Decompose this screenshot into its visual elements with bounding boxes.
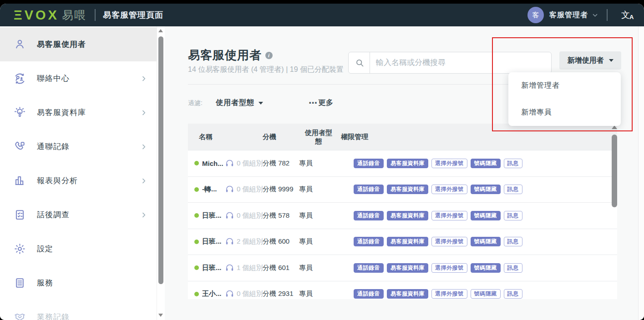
permission-badge: 易客服資料庫 — [387, 185, 428, 194]
user-name-cell: 日班... — [202, 264, 223, 272]
group-count: 0 個組別 — [237, 185, 263, 194]
chevron-right-icon — [140, 177, 147, 185]
bar-chart-icon — [14, 175, 26, 187]
table-row[interactable]: 日班... 2 個組別 分機 600 專員 通話錄音易客服資料庫選擇外撥號號碼隱… — [188, 229, 617, 255]
user-avatar[interactable]: 客 — [527, 7, 544, 23]
table-scroll-up-arrow-icon[interactable] — [612, 125, 617, 129]
group-count: 0 個組別 — [237, 159, 263, 168]
evox-logo: ΞVOX — [14, 8, 59, 23]
table-row[interactable]: 日班... 0 個組別 分機 578 專員 通話錄音易客服資料庫選擇外撥號號碼隱… — [188, 202, 617, 229]
chevron-right-icon — [140, 109, 147, 116]
group-count: 0 個組別 — [237, 211, 263, 220]
search-divider — [370, 52, 370, 73]
sidebar-item[interactable]: 易客服使用者 — [0, 27, 157, 61]
topbar-divider — [607, 9, 608, 21]
page-subtitle: 14 位易客服使用者 (4 管理者) | 19 個已分配裝置 — [188, 65, 347, 74]
sidebar-item[interactable]: 業務記錄 — [0, 300, 157, 320]
extension-cell: 分機 578 — [263, 211, 299, 220]
user-type-cell: 專員 — [299, 237, 338, 246]
user-type-cell: 專員 — [299, 185, 338, 194]
user-name-cell: Mich... — [202, 160, 223, 167]
search-icon — [355, 58, 365, 68]
status-dot — [194, 292, 199, 296]
headset-icon — [225, 159, 234, 168]
sidebar-item[interactable]: 報表與分析 — [0, 164, 157, 198]
permission-badge: 選擇外撥號 — [431, 185, 467, 194]
sidebar-item[interactable]: 話後調查 — [0, 198, 157, 232]
caret-down-icon — [609, 59, 614, 62]
table-row[interactable]: 王小... 0 個組別 分機 2931 專員 通話錄音易客服資料庫選擇外撥號號碼… — [188, 281, 617, 300]
table-row[interactable]: -轉... 0 個組別 分機 9999 專員 通話錄音易客服資料庫選擇外撥號號碼… — [188, 176, 617, 203]
page-scrollbar[interactable] — [157, 26, 165, 320]
permissions-cell: 通話錄音易客服資料庫選擇外撥號號碼隱藏訊息 — [338, 185, 617, 194]
permission-badge: 通話錄音 — [354, 159, 384, 168]
user-type-cell: 專員 — [299, 211, 338, 220]
header-user-type: 使用者型態 — [299, 128, 338, 145]
permissions-cell: 通話錄音易客服資料庫選擇外撥號號碼隱藏訊息 — [338, 159, 617, 168]
caret-down-icon — [259, 102, 263, 105]
dropdown-menu-item[interactable]: 新增管理者 — [508, 72, 621, 99]
scroll-down-arrow-icon[interactable] — [158, 314, 163, 317]
permission-badge: 訊息 — [504, 185, 522, 194]
main-content: 易客服使用者 i 14 位易客服使用者 (4 管理者) | 19 個已分配裝置 … — [165, 26, 638, 320]
permission-badge: 號碼隱藏 — [471, 159, 501, 168]
browser-scrollbar-track — [638, 26, 644, 320]
table-scrollbar-thumb[interactable] — [612, 135, 617, 207]
add-user-dropdown: 新增管理者 新增專員 — [508, 72, 621, 126]
user-icon — [14, 38, 26, 50]
sidebar-item[interactable]: 設定 — [0, 232, 157, 266]
survey-clipboard-icon — [14, 209, 26, 221]
user-name[interactable]: 客服管理者 — [549, 10, 588, 20]
permissions-cell: 通話錄音易客服資料庫選擇外撥號號碼隱藏訊息 — [338, 237, 617, 246]
permission-badge: 號碼隱藏 — [471, 289, 501, 299]
user-type-cell: 專員 — [299, 159, 338, 168]
app-title: 易客服管理頁面 — [103, 10, 163, 20]
user-name-cell: 王小... — [202, 290, 223, 298]
chevron-down-icon[interactable] — [592, 12, 598, 19]
headset-icon — [225, 211, 234, 220]
group-count: 1 個組別 — [237, 264, 263, 272]
permission-badge: 易客服資料庫 — [387, 289, 428, 299]
permission-badge: 訊息 — [504, 159, 522, 168]
permission-badge: 選擇外撥號 — [431, 289, 467, 299]
contact-center-icon — [14, 72, 26, 85]
add-user-button[interactable]: 新增使用者 — [559, 51, 621, 70]
user-name-cell: -轉... — [202, 185, 223, 194]
permission-badge: 通話錄音 — [354, 185, 384, 194]
permission-badge: 通話錄音 — [354, 289, 384, 299]
permissions-cell: 通話錄音易客服資料庫選擇外撥號號碼隱藏訊息 — [338, 263, 617, 273]
status-dot — [194, 213, 199, 218]
user-type-filter[interactable]: 使用者型態 — [216, 98, 263, 108]
headset-icon — [225, 237, 234, 246]
table-row[interactable]: Mich... 0 個組別 分機 782 專員 通話錄音易客服資料庫選擇外撥號號… — [188, 150, 617, 176]
group-count: 0 個組別 — [237, 290, 263, 298]
sidebar-item[interactable]: 通聯記錄 — [0, 130, 157, 164]
filter-label: 過濾: — [188, 99, 203, 107]
permissions-cell: 通話錄音易客服資料庫選擇外撥號號碼隱藏訊息 — [338, 289, 617, 299]
lightbulb-icon — [14, 106, 26, 119]
more-options-icon: ⋯ — [309, 101, 317, 105]
permission-badge: 通話錄音 — [354, 263, 384, 273]
search-input[interactable] — [376, 58, 551, 67]
permission-badge: 訊息 — [504, 263, 522, 273]
app-window: ΞVOX 易喂 易客服管理頁面 客 客服管理者 文A 易客服使用者 聯絡中心 易… — [0, 4, 644, 320]
top-bar: ΞVOX 易喂 易客服管理頁面 客 客服管理者 文A — [0, 4, 644, 26]
permission-badge: 選擇外撥號 — [431, 237, 467, 246]
scroll-up-arrow-icon[interactable] — [158, 29, 163, 32]
header-extension: 分機 — [263, 133, 299, 141]
permission-badge: 易客服資料庫 — [387, 237, 428, 246]
topbar-divider — [95, 9, 96, 21]
permission-badge: 訊息 — [504, 211, 522, 220]
sidebar-item[interactable]: 聯絡中心 — [0, 61, 157, 95]
language-icon[interactable]: 文A — [621, 9, 635, 21]
dropdown-menu-item[interactable]: 新增專員 — [508, 99, 621, 126]
sidebar-item[interactable]: 易客服資料庫 — [0, 95, 157, 130]
info-icon[interactable]: i — [265, 52, 273, 59]
table-row[interactable]: 日班... 1 個組別 分機 601 專員 通話錄音易客服資料庫選擇外撥號號碼隱… — [188, 255, 617, 281]
page-scrollbar-thumb[interactable] — [158, 36, 163, 284]
sidebar-item[interactable]: 服務 — [0, 266, 157, 300]
permission-badge: 選擇外撥號 — [431, 159, 467, 168]
status-dot — [194, 161, 199, 165]
extension-cell: 分機 9999 — [263, 185, 299, 194]
more-filters-button[interactable]: ⋯ 更多 — [309, 98, 334, 108]
